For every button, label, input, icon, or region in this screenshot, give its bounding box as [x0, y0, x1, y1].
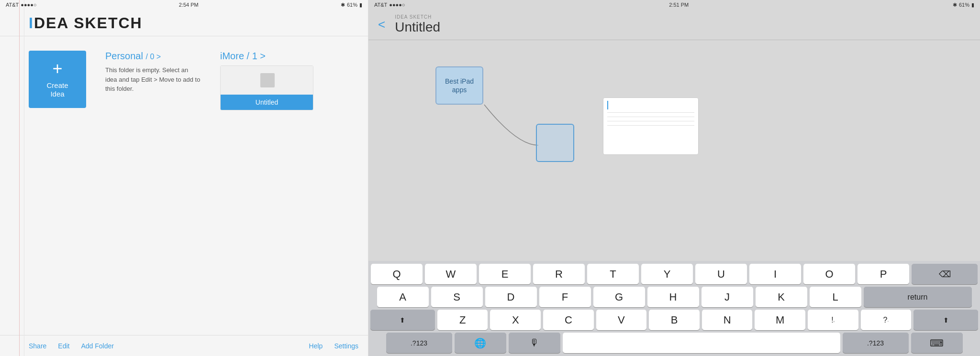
key-Y[interactable]: Y [641, 264, 693, 284]
app-title-i: I [29, 14, 34, 32]
key-D[interactable]: D [485, 287, 537, 307]
key-exclamation[interactable]: !, [808, 310, 858, 330]
key-question[interactable]: ?. [861, 310, 912, 330]
left-app-header: IDEA SKETCH [0, 10, 368, 36]
folder-section: Personal / 0 > This folder is empty. Sel… [105, 51, 313, 325]
key-H[interactable]: H [647, 287, 699, 307]
key-Z[interactable]: Z [437, 310, 488, 330]
keyboard: Q W E R T Y U I O P ⌫ A S D F G H J K L … [368, 261, 980, 356]
app-title: IDEA SKETCH [29, 14, 358, 32]
right-header: < IDEA SKETCH Untitled [368, 10, 980, 40]
right-bluetooth-icon: ✱ [953, 2, 957, 8]
key-A[interactable]: A [377, 287, 429, 307]
keyboard-row-1: Q W E R T Y U I O P ⌫ [370, 264, 978, 284]
app-title-rest: DEA SKETCH [34, 14, 143, 32]
right-doc-title: Untitled [395, 20, 440, 35]
key-O[interactable]: O [803, 264, 855, 284]
key-shift-left[interactable]: ⬆ [370, 310, 435, 330]
keyboard-row-3: ⬆ Z X C V B N M !, ?. ⬆ [370, 310, 978, 330]
node-best-ipad[interactable]: Best iPad apps [435, 66, 483, 105]
key-C[interactable]: C [543, 310, 594, 330]
right-status-left: AT&T ●●●●○ [374, 2, 405, 8]
key-B[interactable]: B [649, 310, 700, 330]
left-wifi-icon: ●●●●○ [21, 2, 36, 8]
left-status-left: AT&T ●●●●○ [6, 2, 37, 8]
key-L[interactable]: L [810, 287, 861, 307]
personal-folder-empty-text: This folder is empty. Select an idea and… [105, 65, 201, 94]
edit-button[interactable]: Edit [58, 342, 69, 350]
key-numeric-left[interactable]: .?123 [386, 333, 452, 353]
key-numeric-right[interactable]: .?123 [843, 333, 909, 353]
key-J[interactable]: J [702, 287, 753, 307]
key-shift-right[interactable]: ⬆ [913, 310, 978, 330]
right-panel: AT&T ●●●●○ 2:51 PM ✱ 61% ▮ < IDEA SKETCH… [368, 0, 980, 356]
right-app-name: IDEA SKETCH [395, 14, 440, 20]
imore-card-thumb-inner [260, 73, 275, 87]
key-globe[interactable]: 🌐 [455, 333, 506, 353]
left-status-right: ✱ 61% ▮ [341, 2, 362, 8]
right-battery-icon: ▮ [971, 2, 974, 8]
back-button[interactable]: < [378, 17, 385, 32]
right-battery-pct: 61% [959, 2, 969, 8]
key-keyboard-hide[interactable]: ⌨ [911, 333, 963, 353]
right-status-right: ✱ 61% ▮ [953, 2, 974, 8]
left-panel: AT&T ●●●●○ 2:54 PM ✱ 61% ▮ IDEA SKETCH +… [0, 0, 368, 356]
left-bluetooth-icon: ✱ [341, 2, 345, 8]
right-carrier: AT&T [374, 2, 387, 8]
key-S[interactable]: S [431, 287, 483, 307]
text-cursor [607, 101, 608, 109]
key-K[interactable]: K [756, 287, 807, 307]
help-button[interactable]: Help [309, 342, 323, 350]
canvas-area[interactable]: Best iPad apps [368, 40, 980, 261]
imore-card-label[interactable]: Untitled [221, 95, 313, 110]
left-toolbar-right: Help Settings [309, 342, 358, 350]
key-I[interactable]: I [749, 264, 801, 284]
key-delete[interactable]: ⌫ [912, 264, 978, 284]
personal-folder: Personal / 0 > This folder is empty. Sel… [105, 51, 201, 325]
settings-button[interactable]: Settings [334, 342, 358, 350]
keyboard-row-4: .?123 🌐 🎙 .?123 ⌨ [370, 333, 978, 353]
left-content: + CreateIdea Personal / 0 > This folder … [0, 36, 368, 335]
key-M[interactable]: M [755, 310, 805, 330]
key-F[interactable]: F [539, 287, 591, 307]
left-battery-icon: ▮ [359, 2, 362, 8]
left-carrier: AT&T [6, 2, 19, 8]
key-Q[interactable]: Q [371, 264, 423, 284]
text-line-3 [607, 121, 694, 121]
key-X[interactable]: X [490, 310, 541, 330]
key-return[interactable]: return [864, 287, 972, 307]
create-idea-button[interactable]: + CreateIdea [29, 51, 86, 108]
imore-folder: iMore / 1 > Untitled [220, 51, 313, 325]
text-line-2 [607, 117, 694, 117]
left-battery-pct: 61% [347, 2, 357, 8]
text-line-4 [607, 125, 694, 126]
key-P[interactable]: P [858, 264, 909, 284]
left-time: 2:54 PM [179, 2, 199, 8]
share-button[interactable]: Share [29, 342, 46, 350]
key-E[interactable]: E [479, 264, 531, 284]
key-space[interactable] [563, 333, 840, 353]
key-V[interactable]: V [596, 310, 647, 330]
key-T[interactable]: T [587, 264, 639, 284]
right-header-text: IDEA SKETCH Untitled [395, 14, 440, 35]
node-empty-selected[interactable] [536, 124, 574, 162]
right-wifi-icon: ●●●●○ [389, 2, 405, 8]
key-U[interactable]: U [695, 264, 747, 284]
key-microphone[interactable]: 🎙 [509, 333, 560, 353]
left-toolbar-left: Share Edit Add Folder [29, 342, 114, 350]
create-idea-label: CreateIdea [46, 81, 68, 98]
add-folder-button[interactable]: Add Folder [81, 342, 113, 350]
node-text-input[interactable] [603, 97, 699, 155]
key-N[interactable]: N [702, 310, 753, 330]
left-toolbar: Share Edit Add Folder Help Settings [0, 335, 368, 356]
text-input-lines [603, 112, 698, 129]
key-W[interactable]: W [425, 264, 477, 284]
left-status-bar: AT&T ●●●●○ 2:54 PM ✱ 61% ▮ [0, 0, 368, 10]
imore-folder-title[interactable]: iMore / 1 > [220, 51, 313, 62]
text-line-1 [607, 112, 694, 113]
right-time: 2:51 PM [669, 2, 689, 8]
personal-folder-title[interactable]: Personal / 0 > [105, 51, 201, 62]
imore-card[interactable]: Untitled [220, 65, 313, 110]
key-G[interactable]: G [593, 287, 645, 307]
key-R[interactable]: R [533, 264, 585, 284]
